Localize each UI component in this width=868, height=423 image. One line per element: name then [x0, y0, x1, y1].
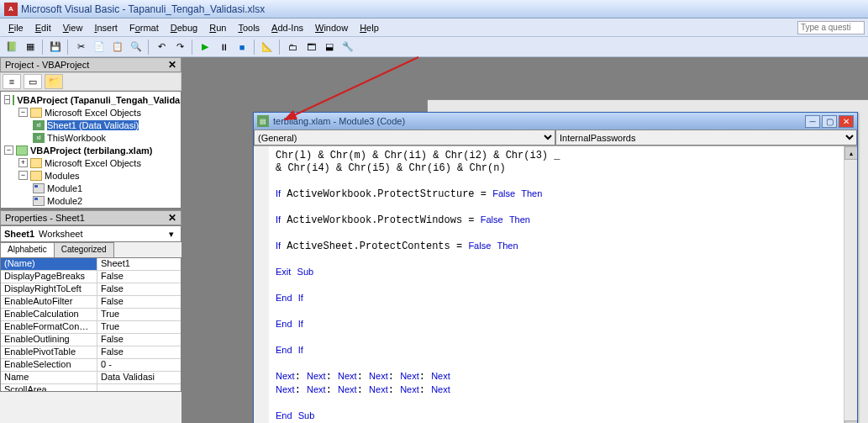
- tree-modules[interactable]: −Modules: [3, 169, 179, 182]
- tb-project-explorer[interactable]: 🗀: [284, 39, 301, 56]
- prop-row[interactable]: EnableSelection0 - xlNoRestrictions: [1, 359, 181, 372]
- prop-value[interactable]: True: [97, 309, 181, 320]
- prop-value[interactable]: Data Validasi: [97, 372, 181, 383]
- project-panel-title[interactable]: Project - VBAProject ✕: [0, 57, 181, 72]
- code-text[interactable]: Chr(l) & Chr(m) & Chr(i1) & Chr(i2) & Ch…: [276, 150, 850, 423]
- app-title: Microsoft Visual Basic - Tapanuli_Tengah…: [21, 3, 265, 15]
- minimize-button[interactable]: ─: [805, 115, 820, 128]
- tree-expand-icon[interactable]: +: [18, 158, 28, 167]
- tb-paste[interactable]: 📋: [109, 39, 126, 56]
- code-window[interactable]: ▤ terbilang.xlam - Module3 (Code) ─ ▢ ✕ …: [253, 112, 858, 423]
- prop-value[interactable]: False: [97, 334, 181, 346]
- tb-toolbox[interactable]: 🔧: [339, 39, 356, 56]
- menu-view[interactable]: View: [58, 21, 88, 34]
- menu-format[interactable]: Format: [124, 21, 164, 34]
- menu-debug[interactable]: Debug: [166, 21, 203, 34]
- tree-collapse-icon[interactable]: −: [18, 108, 28, 117]
- prop-row[interactable]: DisplayPageBreaksFalse: [1, 271, 181, 283]
- tb-insert[interactable]: ▦: [22, 39, 39, 56]
- prop-value[interactable]: False: [97, 346, 181, 358]
- folder-icon: [30, 158, 42, 168]
- prop-name: DisplayRightToLeft: [1, 283, 97, 295]
- tree-collapse-icon[interactable]: −: [18, 171, 28, 180]
- tb-save[interactable]: 💾: [47, 39, 64, 56]
- tree-excel-objects2[interactable]: +Microsoft Excel Objects: [3, 156, 179, 169]
- prop-row[interactable]: EnableCalculationTrue: [1, 309, 181, 321]
- tb-undo[interactable]: ↶: [153, 39, 170, 56]
- properties-object-selector[interactable]: Sheet1 Worksheet ▾: [0, 225, 181, 242]
- object-dropdown[interactable]: (General): [254, 130, 555, 145]
- properties-grid[interactable]: (Name)Sheet1DisplayPageBreaksFalseDispla…: [0, 257, 181, 392]
- close-button[interactable]: ✕: [839, 115, 854, 128]
- tree-collapse-icon[interactable]: −: [4, 95, 10, 104]
- prop-row[interactable]: (Name)Sheet1: [1, 258, 181, 271]
- prop-value[interactable]: False: [97, 283, 181, 295]
- menu-run[interactable]: Run: [204, 21, 231, 34]
- tree-module1[interactable]: Module1: [3, 182, 179, 194]
- tree-module2[interactable]: Module2: [3, 194, 179, 207]
- tree-thisworkbook1[interactable]: xlThisWorkbook: [3, 131, 179, 144]
- project-panel-close[interactable]: ✕: [168, 59, 176, 71]
- prop-name: EnableSelection: [1, 359, 97, 371]
- tb-find[interactable]: 🔍: [128, 39, 145, 56]
- code-editor[interactable]: Chr(l) & Chr(m) & Chr(i1) & Chr(i2) & Ch…: [254, 146, 857, 423]
- menu-help[interactable]: Help: [355, 21, 384, 34]
- proj-view-code[interactable]: ≡: [3, 74, 21, 89]
- procedure-dropdown[interactable]: InternalPasswords: [555, 130, 857, 145]
- code-dropdowns: (General) InternalPasswords: [254, 130, 857, 146]
- menu-tools[interactable]: Tools: [233, 21, 265, 34]
- properties-panel-title[interactable]: Properties - Sheet1 ✕: [0, 210, 181, 225]
- proj-toggle-folders[interactable]: 📁: [45, 74, 63, 89]
- tab-alphabetic[interactable]: Alphabetic: [0, 242, 55, 257]
- tb-copy[interactable]: 📄: [91, 39, 108, 56]
- prop-row[interactable]: EnablePivotTableFalse: [1, 346, 181, 359]
- menu-addins[interactable]: Add-Ins: [266, 21, 308, 34]
- prop-value[interactable]: [97, 384, 181, 392]
- prop-row[interactable]: NameData Validasi: [1, 372, 181, 384]
- dropdown-icon[interactable]: ▾: [166, 229, 177, 240]
- menu-window[interactable]: Window: [310, 21, 353, 34]
- code-window-titlebar[interactable]: ▤ terbilang.xlam - Module3 (Code) ─ ▢ ✕: [254, 113, 857, 130]
- tb-cut[interactable]: ✂: [72, 39, 89, 56]
- app-titlebar[interactable]: A Microsoft Visual Basic - Tapanuli_Teng…: [0, 0, 868, 19]
- maximize-button[interactable]: ▢: [822, 115, 837, 128]
- worksheet-icon: xl: [33, 120, 45, 130]
- question-input[interactable]: [797, 21, 865, 34]
- tb-run[interactable]: ▶: [197, 39, 213, 56]
- scroll-up-icon[interactable]: ▴: [844, 146, 857, 160]
- tree-project2[interactable]: −VBAProject (terbilang.xlam): [3, 144, 179, 156]
- tree-sheet1[interactable]: xlSheet1 (Data Validasi): [3, 119, 179, 131]
- prop-name: Name: [1, 372, 97, 383]
- tb-properties[interactable]: 🗔: [302, 39, 319, 56]
- prop-value[interactable]: False: [97, 271, 181, 283]
- tree-collapse-icon[interactable]: −: [4, 145, 13, 155]
- prop-name: EnableFormatConditionsCa: [1, 321, 97, 333]
- menu-file[interactable]: File: [3, 21, 29, 34]
- tb-redo[interactable]: ↷: [171, 39, 188, 56]
- menu-insert[interactable]: Insert: [89, 21, 123, 34]
- prop-row[interactable]: DisplayRightToLeftFalse: [1, 283, 181, 296]
- prop-row[interactable]: EnableAutoFilterFalse: [1, 296, 181, 309]
- menu-edit[interactable]: Edit: [30, 21, 56, 34]
- tree-excel-objects1[interactable]: −Microsoft Excel Objects: [3, 106, 179, 119]
- proj-view-object[interactable]: ▭: [24, 74, 42, 89]
- tb-reset[interactable]: ■: [234, 39, 250, 56]
- tb-object-browser[interactable]: ⬓: [321, 39, 338, 56]
- properties-panel-close[interactable]: ✕: [168, 212, 176, 224]
- prop-row[interactable]: EnableOutliningFalse: [1, 334, 181, 346]
- prop-value[interactable]: True: [97, 321, 181, 333]
- prop-value[interactable]: 0 - xlNoRestrictions: [97, 359, 181, 371]
- vertical-scrollbar[interactable]: ▴ ▾: [844, 146, 857, 423]
- tb-design[interactable]: 📐: [259, 39, 276, 56]
- tb-view-excel[interactable]: 📗: [3, 39, 20, 56]
- prop-row[interactable]: EnableFormatConditionsCaTrue: [1, 321, 181, 334]
- project-tree[interactable]: −VBAProject (Tapanuli_Tengah_Validasi −M…: [0, 91, 181, 209]
- prop-row[interactable]: ScrollArea: [1, 384, 181, 392]
- tab-categorized[interactable]: Categorized: [54, 242, 114, 257]
- properties-panel-label: Properties - Sheet1: [5, 213, 85, 223]
- tb-break[interactable]: ⏸: [215, 39, 232, 56]
- prop-value[interactable]: False: [97, 296, 181, 308]
- prop-value[interactable]: Sheet1: [97, 258, 181, 270]
- properties-tabs: Alphabetic Categorized: [0, 242, 181, 257]
- tree-project1[interactable]: −VBAProject (Tapanuli_Tengah_Validasi: [3, 93, 179, 106]
